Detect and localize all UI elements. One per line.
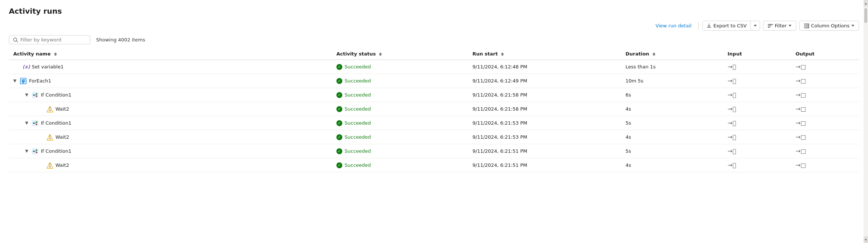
- collapse-toggle[interactable]: ▼: [25, 92, 28, 97]
- activity-status-sort-icon[interactable]: [379, 53, 382, 56]
- run-start-cell: 9/11/2024, 6:21:51 PM: [468, 158, 621, 172]
- svg-point-22: [33, 122, 34, 124]
- input-icon[interactable]: →⃞: [728, 162, 736, 169]
- filter-label: Filter: [775, 23, 787, 28]
- col-header-duration: Duration: [621, 48, 723, 60]
- activity-name-content: ▼ If Condition1: [13, 120, 328, 126]
- input-cell: →⃞: [723, 88, 791, 102]
- scrollbar-track: ▲ ▼: [864, 0, 868, 243]
- scrollbar-up-button[interactable]: ▲: [864, 0, 868, 7]
- activity-name-content: ▼ If Condition1: [13, 148, 328, 155]
- status-label: Succeeded: [345, 134, 371, 140]
- status-label: Succeeded: [345, 148, 371, 154]
- search-filter-row: Showing 4002 items: [9, 35, 859, 44]
- input-icon[interactable]: →⃞: [728, 105, 736, 112]
- duration-cell: 5s: [621, 144, 723, 158]
- output-icon[interactable]: →□: [796, 134, 806, 141]
- svg-point-24: [36, 124, 37, 125]
- output-icon[interactable]: →□: [796, 119, 806, 126]
- output-icon[interactable]: →□: [796, 91, 806, 98]
- duration-sort-icon[interactable]: [652, 53, 655, 56]
- svg-point-23: [36, 121, 37, 123]
- table-row: ! Wait2 ✓ Succeeded 9/11/2024, 6:21:58 P…: [9, 102, 859, 116]
- scrollbar-down-button[interactable]: ▼: [864, 236, 868, 243]
- activity-name-cell: ▼ If Condition1: [9, 116, 332, 130]
- input-cell: →⃞: [723, 158, 791, 172]
- collapse-toggle[interactable]: ▼: [13, 78, 16, 83]
- activity-name-label: Wait2: [55, 162, 69, 168]
- page-container: Activity runs View run detail Export to …: [0, 0, 868, 243]
- run-start-cell: 9/11/2024, 6:21:53 PM: [468, 130, 621, 144]
- status-content: ✓ Succeeded: [336, 162, 464, 168]
- activity-name-cell: ▼ If Condition1: [9, 88, 332, 102]
- activity-type-icon: !: [47, 106, 53, 112]
- toolbar: View run detail Export to CSV Filter: [9, 21, 859, 31]
- output-cell: →□: [791, 116, 859, 130]
- wait-icon: !: [47, 106, 53, 112]
- activity-name-label: Wait2: [55, 106, 69, 112]
- svg-point-32: [33, 151, 34, 152]
- table-row: ▼ ↻ ForEach1 ✓ Succeeded 9/11/2024, 6:12…: [9, 74, 859, 88]
- input-icon[interactable]: →⃞: [728, 148, 736, 155]
- activity-name-cell: ▼ If Condition1: [9, 144, 332, 158]
- run-start-sort-icon[interactable]: [501, 53, 504, 56]
- duration-cell: 4s: [621, 130, 723, 144]
- toolbar-divider: [698, 22, 699, 30]
- activity-name-content: ! Wait2: [13, 106, 328, 112]
- export-to-csv-button[interactable]: Export to CSV: [703, 21, 751, 30]
- scrollbar-thumb[interactable]: [864, 8, 867, 23]
- activity-status-cell: ✓ Succeeded: [332, 116, 468, 130]
- table-header-row: Activity name Activity status Run start: [9, 48, 859, 60]
- status-label: Succeeded: [345, 162, 371, 168]
- activity-name-content: ▼ ↻ ForEach1: [13, 78, 328, 84]
- view-run-detail-button[interactable]: View run detail: [652, 21, 694, 30]
- duration-cell: 5s: [621, 116, 723, 130]
- wait-icon: !: [47, 162, 53, 169]
- column-options-button[interactable]: Column Options: [799, 21, 859, 31]
- svg-rect-1: [806, 24, 808, 28]
- output-icon[interactable]: →□: [796, 105, 806, 112]
- output-cell: →□: [791, 130, 859, 144]
- filter-button[interactable]: Filter: [763, 21, 796, 31]
- output-cell: →□: [791, 158, 859, 172]
- status-label: Succeeded: [345, 106, 371, 112]
- input-icon[interactable]: →⃞: [728, 119, 736, 126]
- table-row: (x)Set variable1 ✓ Succeeded 9/11/2024, …: [9, 60, 859, 74]
- duration-cell: Less than 1s: [621, 60, 723, 74]
- input-cell: →⃞: [723, 130, 791, 144]
- export-label: Export to CSV: [713, 23, 747, 28]
- export-chevron-button[interactable]: [751, 23, 760, 28]
- output-icon[interactable]: →□: [796, 63, 806, 70]
- run-start-cell: 9/11/2024, 6:21:51 PM: [468, 144, 621, 158]
- activity-status-cell: ✓ Succeeded: [332, 74, 468, 88]
- input-icon[interactable]: →⃞: [728, 77, 736, 84]
- col-header-input: Input: [723, 48, 791, 60]
- table-row: ▼ If Condition1 ✓ Succeeded 9/11/2024, 6…: [9, 88, 859, 102]
- svg-rect-2: [808, 24, 809, 28]
- search-icon: [13, 37, 18, 43]
- svg-point-14: [36, 95, 37, 97]
- filter-icon: [768, 24, 773, 28]
- status-content: ✓ Succeeded: [336, 92, 464, 98]
- output-icon[interactable]: →□: [796, 148, 806, 155]
- input-icon[interactable]: →⃞: [728, 63, 736, 70]
- download-icon: [706, 23, 712, 28]
- input-icon[interactable]: →⃞: [728, 134, 736, 141]
- output-cell: →□: [791, 60, 859, 74]
- input-cell: →⃞: [723, 144, 791, 158]
- collapse-toggle[interactable]: ▼: [25, 149, 28, 153]
- search-input[interactable]: [20, 37, 86, 43]
- activity-name-content: ! Wait2: [13, 162, 328, 169]
- activity-name-sort-icon[interactable]: [54, 53, 57, 56]
- status-content: ✓ Succeeded: [336, 134, 464, 140]
- output-icon[interactable]: →□: [796, 162, 806, 169]
- collapse-toggle[interactable]: ▼: [25, 121, 28, 125]
- duration-cell: 10m 5s: [621, 74, 723, 88]
- activity-name-content: ▼ If Condition1: [13, 92, 328, 98]
- input-icon[interactable]: →⃞: [728, 91, 736, 98]
- input-cell: →⃞: [723, 60, 791, 74]
- activity-name-label: If Condition1: [41, 92, 71, 98]
- output-icon[interactable]: →□: [796, 77, 806, 84]
- status-content: ✓ Succeeded: [336, 64, 464, 70]
- svg-rect-9: [22, 81, 25, 82]
